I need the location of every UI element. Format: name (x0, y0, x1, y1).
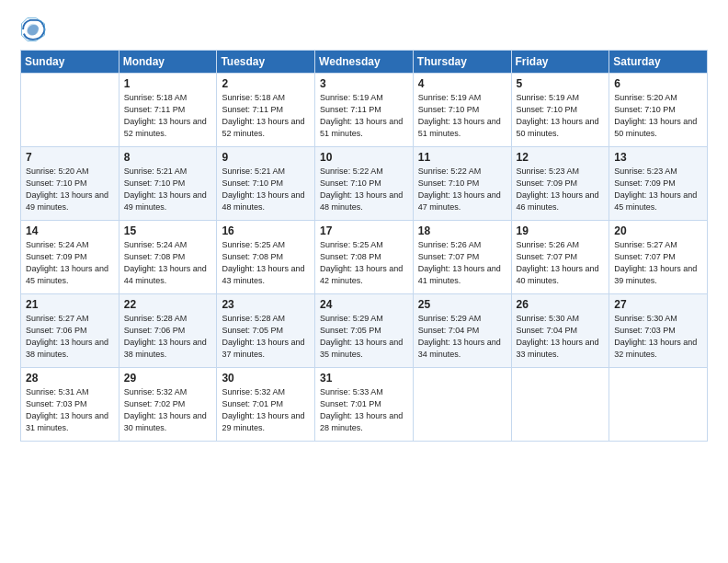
weekday-header: Wednesday (315, 51, 414, 74)
cell-info: Sunrise: 5:24 AM Sunset: 7:08 PM Dayligh… (124, 239, 213, 287)
calendar-cell: 31Sunrise: 5:33 AM Sunset: 7:01 PM Dayli… (315, 368, 414, 442)
day-number: 16 (222, 224, 311, 237)
cell-info: Sunrise: 5:23 AM Sunset: 7:09 PM Dayligh… (614, 166, 703, 213)
cell-info: Sunrise: 5:22 AM Sunset: 7:10 PM Dayligh… (320, 166, 409, 213)
day-number: 20 (614, 224, 703, 237)
cell-info: Sunrise: 5:20 AM Sunset: 7:10 PM Dayligh… (614, 92, 703, 140)
cell-info: Sunrise: 5:25 AM Sunset: 7:08 PM Dayligh… (222, 239, 311, 287)
cell-info: Sunrise: 5:33 AM Sunset: 7:01 PM Dayligh… (320, 386, 409, 434)
calendar-cell: 3Sunrise: 5:19 AM Sunset: 7:11 PM Daylig… (315, 74, 414, 147)
day-number: 27 (614, 298, 703, 311)
calendar-cell: 17Sunrise: 5:25 AM Sunset: 7:08 PM Dayli… (315, 221, 414, 294)
calendar-cell: 28Sunrise: 5:31 AM Sunset: 7:03 PM Dayli… (21, 368, 119, 442)
weekday-header: Friday (511, 51, 609, 74)
weekday-header: Sunday (21, 51, 119, 74)
calendar-cell: 4Sunrise: 5:19 AM Sunset: 7:10 PM Daylig… (413, 74, 511, 147)
day-number: 29 (124, 372, 213, 385)
weekday-header-row: SundayMondayTuesdayWednesdayThursdayFrid… (21, 51, 708, 74)
day-number: 13 (614, 151, 703, 164)
day-number: 24 (320, 298, 409, 311)
day-number: 2 (222, 77, 311, 90)
calendar-cell (413, 368, 511, 442)
cell-info: Sunrise: 5:27 AM Sunset: 7:07 PM Dayligh… (614, 239, 703, 287)
day-number: 25 (418, 298, 507, 311)
calendar-cell: 5Sunrise: 5:19 AM Sunset: 7:10 PM Daylig… (511, 74, 609, 147)
day-number: 6 (614, 77, 703, 90)
calendar-cell: 13Sunrise: 5:23 AM Sunset: 7:09 PM Dayli… (609, 147, 708, 221)
weekday-header: Saturday (609, 51, 708, 74)
cell-info: Sunrise: 5:26 AM Sunset: 7:07 PM Dayligh… (418, 239, 507, 287)
header (20, 17, 708, 42)
logo (20, 17, 50, 42)
day-number: 5 (517, 77, 606, 90)
day-number: 15 (124, 224, 213, 237)
cell-info: Sunrise: 5:27 AM Sunset: 7:06 PM Dayligh… (26, 313, 115, 361)
day-number: 19 (517, 224, 606, 237)
calendar-cell: 9Sunrise: 5:21 AM Sunset: 7:10 PM Daylig… (217, 147, 315, 221)
cell-info: Sunrise: 5:18 AM Sunset: 7:11 PM Dayligh… (222, 92, 311, 140)
day-number: 14 (26, 224, 115, 237)
calendar-cell: 1Sunrise: 5:18 AM Sunset: 7:11 PM Daylig… (119, 74, 217, 147)
calendar-cell: 14Sunrise: 5:24 AM Sunset: 7:09 PM Dayli… (21, 221, 119, 294)
calendar-cell: 26Sunrise: 5:30 AM Sunset: 7:04 PM Dayli… (511, 294, 609, 368)
cell-info: Sunrise: 5:32 AM Sunset: 7:02 PM Dayligh… (124, 386, 213, 434)
cell-info: Sunrise: 5:30 AM Sunset: 7:03 PM Dayligh… (614, 313, 703, 361)
cell-info: Sunrise: 5:21 AM Sunset: 7:10 PM Dayligh… (124, 166, 213, 213)
calendar-cell: 23Sunrise: 5:28 AM Sunset: 7:05 PM Dayli… (217, 294, 315, 368)
cell-info: Sunrise: 5:19 AM Sunset: 7:10 PM Dayligh… (517, 92, 606, 140)
cell-info: Sunrise: 5:32 AM Sunset: 7:01 PM Dayligh… (222, 386, 311, 434)
day-number: 3 (320, 77, 409, 90)
calendar-cell: 21Sunrise: 5:27 AM Sunset: 7:06 PM Dayli… (21, 294, 119, 368)
calendar-cell (21, 74, 119, 147)
cell-info: Sunrise: 5:25 AM Sunset: 7:08 PM Dayligh… (320, 239, 409, 287)
day-number: 21 (26, 298, 115, 311)
cell-info: Sunrise: 5:29 AM Sunset: 7:04 PM Dayligh… (418, 313, 507, 361)
calendar-week-row: 7Sunrise: 5:20 AM Sunset: 7:10 PM Daylig… (21, 147, 708, 221)
calendar-cell: 25Sunrise: 5:29 AM Sunset: 7:04 PM Dayli… (413, 294, 511, 368)
calendar-cell: 2Sunrise: 5:18 AM Sunset: 7:11 PM Daylig… (217, 74, 315, 147)
calendar-cell: 10Sunrise: 5:22 AM Sunset: 7:10 PM Dayli… (315, 147, 414, 221)
cell-info: Sunrise: 5:31 AM Sunset: 7:03 PM Dayligh… (26, 386, 115, 434)
weekday-header: Thursday (413, 51, 511, 74)
day-number: 8 (124, 151, 213, 164)
calendar-cell: 6Sunrise: 5:20 AM Sunset: 7:10 PM Daylig… (609, 74, 708, 147)
calendar-cell: 18Sunrise: 5:26 AM Sunset: 7:07 PM Dayli… (413, 221, 511, 294)
day-number: 9 (222, 151, 311, 164)
cell-info: Sunrise: 5:19 AM Sunset: 7:10 PM Dayligh… (418, 92, 507, 140)
cell-info: Sunrise: 5:30 AM Sunset: 7:04 PM Dayligh… (517, 313, 606, 361)
cell-info: Sunrise: 5:28 AM Sunset: 7:05 PM Dayligh… (222, 313, 311, 361)
calendar-cell (609, 368, 708, 442)
cell-info: Sunrise: 5:26 AM Sunset: 7:07 PM Dayligh… (517, 239, 606, 287)
cell-info: Sunrise: 5:24 AM Sunset: 7:09 PM Dayligh… (26, 239, 115, 287)
day-number: 26 (517, 298, 606, 311)
weekday-header: Tuesday (217, 51, 315, 74)
day-number: 12 (517, 151, 606, 164)
calendar-cell: 11Sunrise: 5:22 AM Sunset: 7:10 PM Dayli… (413, 147, 511, 221)
cell-info: Sunrise: 5:20 AM Sunset: 7:10 PM Dayligh… (26, 166, 115, 213)
logo-icon (20, 17, 46, 42)
cell-info: Sunrise: 5:18 AM Sunset: 7:11 PM Dayligh… (124, 92, 213, 140)
calendar-cell: 8Sunrise: 5:21 AM Sunset: 7:10 PM Daylig… (119, 147, 217, 221)
calendar-cell: 22Sunrise: 5:28 AM Sunset: 7:06 PM Dayli… (119, 294, 217, 368)
day-number: 18 (418, 224, 507, 237)
calendar-week-row: 14Sunrise: 5:24 AM Sunset: 7:09 PM Dayli… (21, 221, 708, 294)
day-number: 23 (222, 298, 311, 311)
day-number: 17 (320, 224, 409, 237)
calendar-cell: 29Sunrise: 5:32 AM Sunset: 7:02 PM Dayli… (119, 368, 217, 442)
calendar-cell: 24Sunrise: 5:29 AM Sunset: 7:05 PM Dayli… (315, 294, 414, 368)
calendar-cell: 19Sunrise: 5:26 AM Sunset: 7:07 PM Dayli… (511, 221, 609, 294)
day-number: 22 (124, 298, 213, 311)
calendar-cell: 12Sunrise: 5:23 AM Sunset: 7:09 PM Dayli… (511, 147, 609, 221)
cell-info: Sunrise: 5:21 AM Sunset: 7:10 PM Dayligh… (222, 166, 311, 213)
day-number: 7 (26, 151, 115, 164)
calendar-cell: 7Sunrise: 5:20 AM Sunset: 7:10 PM Daylig… (21, 147, 119, 221)
cell-info: Sunrise: 5:29 AM Sunset: 7:05 PM Dayligh… (320, 313, 409, 361)
cell-info: Sunrise: 5:19 AM Sunset: 7:11 PM Dayligh… (320, 92, 409, 140)
day-number: 11 (418, 151, 507, 164)
calendar-cell: 16Sunrise: 5:25 AM Sunset: 7:08 PM Dayli… (217, 221, 315, 294)
cell-info: Sunrise: 5:22 AM Sunset: 7:10 PM Dayligh… (418, 166, 507, 213)
calendar-week-row: 21Sunrise: 5:27 AM Sunset: 7:06 PM Dayli… (21, 294, 708, 368)
day-number: 4 (418, 77, 507, 90)
calendar-cell: 30Sunrise: 5:32 AM Sunset: 7:01 PM Dayli… (217, 368, 315, 442)
weekday-header: Monday (119, 51, 217, 74)
